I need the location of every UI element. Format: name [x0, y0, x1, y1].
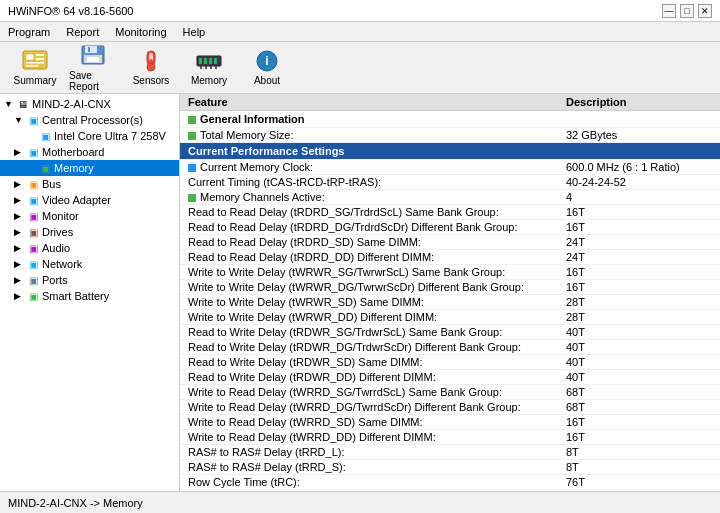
- cpu-icon: ▣: [38, 129, 52, 143]
- sidebar-item-bus[interactable]: ▶ ▣ Bus: [0, 176, 179, 192]
- sidebar-item-memory[interactable]: ▣ Memory: [0, 160, 179, 176]
- sidebar-item-cpu[interactable]: ▣ Intel Core Ultra 7 258V: [0, 128, 179, 144]
- menu-bar: Program Report Monitoring Help: [0, 22, 720, 42]
- summary-icon: [21, 49, 49, 73]
- summary-label: Summary: [14, 75, 57, 86]
- toggle-battery: ▶: [14, 291, 24, 301]
- sidebar-item-mb[interactable]: ▶ ▣ Motherboard: [0, 144, 179, 160]
- green-dot-icon: [188, 116, 196, 124]
- save-report-button[interactable]: Save Report: [66, 46, 120, 90]
- value-cell: 8T: [558, 460, 720, 475]
- table-row: Read to Read Delay (tRDRD_DG/TrdrdScDr) …: [180, 220, 720, 235]
- sidebar-item-monitor[interactable]: ▶ ▣ Monitor: [0, 208, 179, 224]
- menu-help[interactable]: Help: [175, 24, 214, 40]
- green-dot-icon: [188, 194, 196, 202]
- battery-icon: ▣: [26, 289, 40, 303]
- summary-button[interactable]: Summary: [8, 46, 62, 90]
- sidebar-item-root[interactable]: ▼ 🖥 MIND-2-AI-CNX: [0, 96, 179, 112]
- sidebar-item-label: Drives: [42, 226, 73, 238]
- table-row: Write to Read Delay (tWRRD_SD) Same DIMM…: [180, 415, 720, 430]
- value-cell: 4: [558, 190, 720, 205]
- table-row: Read to Write Delay (tRDWR_SD) Same DIMM…: [180, 355, 720, 370]
- table-row: RAS# to RAS# Delay (tRRD_L):8T: [180, 445, 720, 460]
- value-cell: 40T: [558, 325, 720, 340]
- svg-rect-21: [205, 66, 207, 69]
- svg-rect-17: [204, 58, 207, 64]
- about-button[interactable]: i About: [240, 46, 294, 90]
- green-dot-icon: [188, 132, 196, 140]
- feature-cell: Read to Write Delay (tRDWR_DD) Different…: [180, 370, 558, 385]
- value-cell: 360T: [558, 490, 720, 492]
- sensors-label: Sensors: [133, 75, 170, 86]
- network-icon: ▣: [26, 257, 40, 271]
- sidebar-item-label: Memory: [54, 162, 94, 174]
- toggle-bus: ▶: [14, 179, 24, 189]
- feature-table: Feature Description General InformationT…: [180, 94, 720, 491]
- svg-rect-10: [87, 57, 99, 62]
- sensors-button[interactable]: Sensors: [124, 46, 178, 90]
- svg-text:i: i: [265, 54, 268, 68]
- sidebar-item-cpu-group[interactable]: ▼ ▣ Central Processor(s): [0, 112, 179, 128]
- memory-label: Memory: [191, 75, 227, 86]
- menu-report[interactable]: Report: [58, 24, 107, 40]
- feature-cell: Read to Write Delay (tRDWR_SG/TrdwrScL) …: [180, 325, 558, 340]
- table-row: Write to Write Delay (tWRWR_DD) Differen…: [180, 310, 720, 325]
- menu-program[interactable]: Program: [0, 24, 58, 40]
- status-text: MIND-2-AI-CNX -> Memory: [8, 497, 143, 509]
- value-cell: 40T: [558, 340, 720, 355]
- toggle-mb: ▶: [14, 147, 24, 157]
- svg-rect-8: [88, 47, 90, 52]
- close-button[interactable]: ✕: [698, 4, 712, 18]
- feature-cell: Read to Write Delay (tRDWR_SD) Same DIMM…: [180, 355, 558, 370]
- section-header-row: Current Performance Settings: [180, 143, 720, 160]
- table-row: Refresh Cycle Time (tRFC):360T: [180, 490, 720, 492]
- toggle-audio: ▶: [14, 243, 24, 253]
- save-icon: [79, 44, 107, 68]
- svg-rect-4: [26, 62, 44, 64]
- menu-monitoring[interactable]: Monitoring: [107, 24, 174, 40]
- table-row: Write to Write Delay (tWRWR_DG/TwrwrScDr…: [180, 280, 720, 295]
- table-row: Read to Read Delay (tRDRD_SG/TrdrdScL) S…: [180, 205, 720, 220]
- feature-cell: Write to Write Delay (tWRWR_SD) Same DIM…: [180, 295, 558, 310]
- bus-icon: ▣: [26, 177, 40, 191]
- sidebar-item-ports[interactable]: ▶ ▣ Ports: [0, 272, 179, 288]
- svg-rect-22: [210, 66, 212, 69]
- value-cell: 28T: [558, 310, 720, 325]
- feature-cell: Write to Write Delay (tWRWR_DG/TwrwrScDr…: [180, 280, 558, 295]
- sidebar-item-drives[interactable]: ▶ ▣ Drives: [0, 224, 179, 240]
- window-controls[interactable]: — □ ✕: [662, 4, 712, 18]
- audio-icon: ▣: [26, 241, 40, 255]
- cpu-group-icon: ▣: [26, 113, 40, 127]
- feature-cell: Read to Read Delay (tRDRD_DD) Different …: [180, 250, 558, 265]
- sidebar-item-video[interactable]: ▶ ▣ Video Adapter: [0, 192, 179, 208]
- content-area[interactable]: Feature Description General InformationT…: [180, 94, 720, 491]
- sensors-icon: [137, 49, 165, 73]
- table-row: Row Cycle Time (tRC):76T: [180, 475, 720, 490]
- sidebar-item-network[interactable]: ▶ ▣ Network: [0, 256, 179, 272]
- save-report-label: Save Report: [69, 70, 117, 92]
- value-cell: 16T: [558, 265, 720, 280]
- feature-cell: Total Memory Size:: [180, 128, 558, 143]
- maximize-button[interactable]: □: [680, 4, 694, 18]
- memory-button[interactable]: Memory: [182, 46, 236, 90]
- sidebar-item-battery[interactable]: ▶ ▣ Smart Battery: [0, 288, 179, 304]
- minimize-button[interactable]: —: [662, 4, 676, 18]
- sidebar-item-label: Audio: [42, 242, 70, 254]
- feature-cell: Current Memory Clock:: [180, 160, 558, 175]
- toggle-root: ▼: [4, 99, 14, 109]
- value-cell: 600.0 MHz (6 : 1 Ratio): [558, 160, 720, 175]
- toggle-drives: ▶: [14, 227, 24, 237]
- about-icon: i: [253, 49, 281, 73]
- sidebar-item-label: Motherboard: [42, 146, 104, 158]
- ports-icon: ▣: [26, 273, 40, 287]
- value-cell: 16T: [558, 205, 720, 220]
- table-row: Memory Channels Active:4: [180, 190, 720, 205]
- table-row: RAS# to RAS# Delay (tRRD_S):8T: [180, 460, 720, 475]
- value-cell: 24T: [558, 250, 720, 265]
- table-row: Read to Write Delay (tRDWR_SG/TrdwrScL) …: [180, 325, 720, 340]
- video-icon: ▣: [26, 193, 40, 207]
- title-bar: HWiNFO® 64 v8.16-5600 — □ ✕: [0, 0, 720, 22]
- feature-cell: Write to Read Delay (tWRRD_DD) Different…: [180, 430, 558, 445]
- svg-rect-16: [199, 58, 202, 64]
- sidebar-item-audio[interactable]: ▶ ▣ Audio: [0, 240, 179, 256]
